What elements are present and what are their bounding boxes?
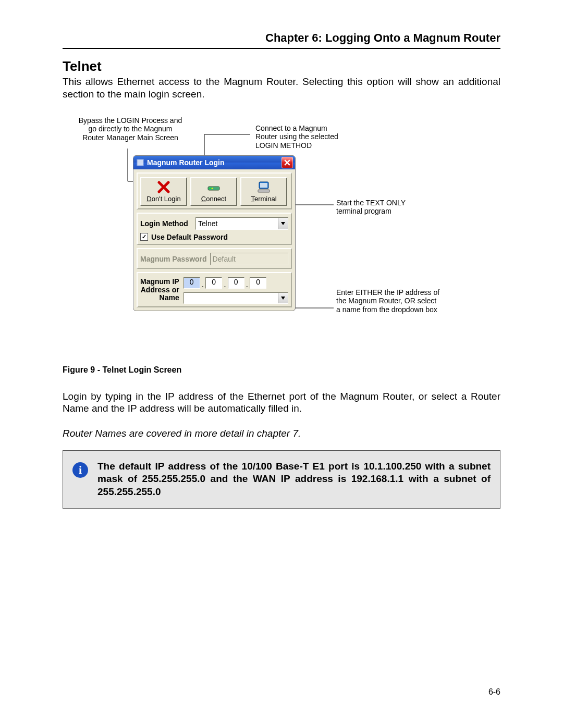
password-label: Magnum Password [140,255,207,263]
svg-point-9 [210,188,211,189]
use-default-password-checkbox[interactable]: ✓ [140,233,148,241]
svg-rect-12 [260,183,267,188]
terminal-button[interactable]: Terminal [240,177,287,206]
x-icon [142,180,185,194]
login-window: Magnum Router Login Don't Login [133,155,296,311]
header-rule [63,48,500,49]
callout-connect: Connect to a Magnum Router using the sel… [255,124,344,150]
login-method-select[interactable]: Telnet [195,217,288,230]
terminal-label: erminal [254,195,277,203]
figure-caption: Figure 9 - Telnet Login Screen [63,365,500,375]
svg-rect-13 [258,190,270,192]
info-text: The default IP address of the 10/100 Bas… [97,460,491,499]
callout-terminal: Start the TEXT ONLY terminal program [336,199,430,216]
app-icon [137,159,144,166]
password-panel: Magnum Password Default [137,248,292,269]
svg-point-10 [212,188,213,189]
terminal-icon [242,180,285,194]
button-panel: Don't Login Connect Terminal [137,172,292,209]
login-method-value: Telnet [198,219,217,228]
chevron-down-icon [278,218,288,229]
connect-label: onnect [206,195,226,203]
callout-bypass: Bypass the LOGIN Process and go directly… [78,116,182,142]
modem-icon [192,180,235,194]
ip-dot: . [222,277,227,289]
page-number: 6-6 [488,687,500,697]
close-button[interactable] [282,157,293,168]
ip-octet-1[interactable]: 0 [183,277,200,289]
titlebar[interactable]: Magnum Router Login [133,156,295,169]
chapter-heading: Chapter 6: Logging Onto a Magnum Router [63,31,500,45]
figure-area: Bypass the LOGIN Process and go directly… [63,116,500,361]
dont-login-button[interactable]: Don't Login [140,177,187,206]
name-select[interactable] [183,292,288,304]
dont-login-label: on't Login [152,195,181,203]
close-icon [284,159,290,166]
post-figure-p1: Login by typing in the IP address of the… [63,390,500,415]
ip-octet-2[interactable]: 0 [205,277,222,289]
password-field: Default [210,253,288,265]
callout-ip-entry: Enter EITHER the IP address of the Magnu… [336,288,440,314]
ip-label: Magnum IP Address or Name [140,278,179,302]
login-method-label: Login Method [140,219,192,228]
post-figure-p2: Router Names are covered in more detail … [63,427,500,440]
info-box: i The default IP address of the 10/100 B… [63,450,500,509]
info-icon: i [72,462,88,478]
login-method-panel: Login Method Telnet ✓ Use Default Passwo… [137,213,292,245]
section-intro: This allows Ethernet access to the Magnu… [63,76,500,101]
window-title: Magnum Router Login [147,158,282,167]
section-title: Telnet [63,58,500,75]
use-default-password-label: Use Default Password [151,233,228,241]
ip-dot: . [200,277,205,289]
ip-octet-3[interactable]: 0 [228,277,244,289]
ip-octet-4[interactable]: 0 [250,277,266,289]
chevron-down-icon [278,293,288,303]
connect-button[interactable]: Connect [190,177,237,206]
svg-rect-7 [137,159,143,165]
password-value: Default [213,255,236,263]
ip-panel: Magnum IP Address or Name 0 . 0 . 0 . 0 [137,272,292,307]
ip-dot: . [244,277,250,289]
